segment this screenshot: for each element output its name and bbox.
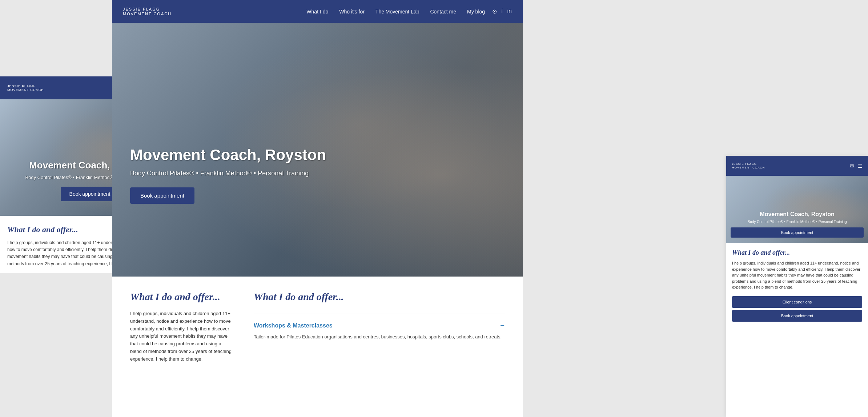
mobile-right-logo-subtitle: Jessie Flagg: [732, 162, 850, 166]
minus-icon[interactable]: −: [500, 321, 505, 330]
mobile-right-version: Jessie Flagg Movement Coach ✉ ☰ Movement…: [726, 156, 868, 417]
mobile-right-hero-title: Movement Coach, Royston: [731, 211, 864, 218]
desktop-nav: Jessie Flagg Movement Coach What I do Wh…: [112, 0, 523, 23]
section-left-heading: What I do and offer...: [130, 291, 232, 303]
mobile-right-logo-name: Movement Coach: [732, 166, 850, 170]
section-right-heading: What I do and offer...: [254, 291, 505, 303]
desktop-nav-links: What I do Who it's for The Movement Lab …: [306, 9, 485, 15]
nav-link-what-i-do[interactable]: What I do: [306, 9, 328, 15]
mobile-right-hero-subtitle: Body Control Pilates® • Franklin Method®…: [731, 220, 864, 224]
nav-link-contact[interactable]: Contact me: [430, 9, 456, 15]
mobile-right-book-button[interactable]: Book appointment: [731, 227, 864, 238]
mobile-book-button[interactable]: Book appointment: [61, 187, 119, 201]
desktop-hero-title: Movement Coach, Royston: [130, 146, 326, 164]
nav-link-who-its-for[interactable]: Who it's for: [339, 9, 365, 15]
client-conditions-button[interactable]: Client conditions: [732, 296, 862, 308]
mobile-right-section-body: I help groups, individuals and children …: [732, 260, 862, 290]
desktop-hero-subtitle: Body Control Pilates® • Franklin Method®…: [130, 170, 326, 177]
mobile-right-logo: Jessie Flagg Movement Coach: [732, 162, 850, 169]
mobile-right-book-appointment-button[interactable]: Book appointment: [732, 310, 862, 322]
mobile-right-menu-icon[interactable]: ☰: [858, 163, 863, 169]
mobile-right-nav-icons: ✉ ☰: [850, 163, 863, 169]
section-right: What I do and offer... Workshops & Maste…: [254, 291, 505, 348]
mobile-right-nav: Jessie Flagg Movement Coach ✉ ☰: [726, 156, 868, 176]
mobile-right-section: What I do and offer... I help groups, in…: [726, 243, 868, 330]
mobile-right-hero: Movement Coach, Royston Body Control Pil…: [726, 176, 868, 243]
mobile-right-hero-content: Movement Coach, Royston Body Control Pil…: [731, 211, 864, 238]
workshop-title[interactable]: Workshops & Masterclasses: [254, 322, 333, 329]
nav-link-blog[interactable]: My blog: [467, 9, 485, 15]
linkedin-icon[interactable]: in: [507, 8, 512, 15]
section-left: What I do and offer... I help groups, in…: [130, 291, 232, 363]
section-left-body: I help groups, individuals and children …: [130, 310, 232, 363]
desktop-logo: Jessie Flagg Movement Coach: [123, 7, 172, 16]
mobile-right-email-icon[interactable]: ✉: [850, 163, 854, 169]
workshop-header: Workshops & Masterclasses −: [254, 321, 505, 330]
desktop-logo-subtitle: Jessie Flagg: [123, 7, 172, 11]
instagram-icon[interactable]: ⊙: [492, 8, 497, 15]
mobile-right-section-heading: What I do and offer...: [732, 249, 862, 257]
desktop-section: What I do and offer... I help groups, in…: [112, 277, 523, 417]
facebook-icon[interactable]: f: [501, 8, 503, 15]
desktop-hero-content: Movement Coach, Royston Body Control Pil…: [130, 146, 326, 204]
workshop-item: Workshops & Masterclasses − Tailor-made …: [254, 314, 505, 348]
desktop-main-version: Jessie Flagg Movement Coach What I do Wh…: [112, 0, 523, 277]
desktop-logo-name: Movement Coach: [123, 12, 172, 16]
desktop-book-button[interactable]: Book appointment: [130, 187, 194, 204]
desktop-social-icons: ⊙ f in: [492, 8, 512, 15]
nav-link-movement-lab[interactable]: The Movement Lab: [375, 9, 419, 15]
desktop-hero: Movement Coach, Royston Body Control Pil…: [112, 23, 523, 277]
workshop-description: Tailor-made for Pilates Education organi…: [254, 333, 505, 341]
